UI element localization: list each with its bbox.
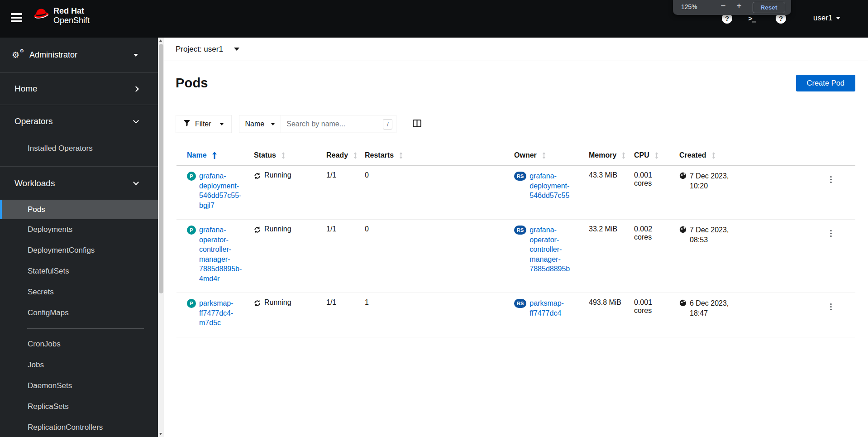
brand-logo[interactable]: Red Hat OpenShift bbox=[33, 6, 90, 25]
column-header-restarts[interactable]: Restarts bbox=[358, 147, 507, 166]
memory-cell: 43.3 MiB bbox=[582, 166, 627, 220]
name-cell: P grafana-operator- controller-manager- … bbox=[176, 220, 247, 293]
sidebar-item-replicationcontrollers[interactable]: ReplicationControllers bbox=[0, 417, 158, 437]
column-header-name[interactable]: Name bbox=[176, 147, 247, 166]
name-header-label: Name bbox=[187, 151, 207, 159]
globe-icon bbox=[679, 226, 687, 233]
replicationcontrollers-label: ReplicationControllers bbox=[28, 423, 103, 432]
sort-icon bbox=[655, 152, 658, 159]
sidebar-item-configmaps[interactable]: ConfigMaps bbox=[0, 303, 158, 323]
brand-text: Red Hat OpenShift bbox=[53, 6, 90, 25]
chevron-down-icon bbox=[836, 17, 840, 19]
column-header-cpu[interactable]: CPU bbox=[627, 147, 672, 166]
kebab-menu-icon[interactable] bbox=[826, 174, 835, 185]
vertical-scrollbar[interactable] bbox=[158, 38, 164, 437]
kebab-menu-icon[interactable] bbox=[826, 302, 835, 312]
sidebar-section-workloads: Workloads Pods Deployments DeploymentCon… bbox=[0, 167, 158, 437]
timestamp: 7 Dec 2023, 10:20 bbox=[690, 171, 729, 191]
chevron-down-icon bbox=[134, 54, 138, 57]
redhat-fedora-icon bbox=[33, 7, 50, 25]
scrollbar-thumb[interactable] bbox=[159, 44, 163, 293]
configmaps-label: ConfigMaps bbox=[28, 308, 69, 317]
home-label: Home bbox=[14, 84, 38, 94]
restarts-cell: 0 bbox=[358, 166, 507, 220]
scroll-down-icon[interactable] bbox=[159, 433, 162, 435]
perspective-label: Administrator bbox=[29, 50, 77, 60]
deployments-label: Deployments bbox=[28, 225, 72, 234]
zoom-reset-button[interactable]: Reset bbox=[753, 2, 785, 13]
owner-link[interactable]: grafana-deployment- 546dd57c55 bbox=[529, 171, 579, 201]
zoom-out-button[interactable]: − bbox=[717, 1, 729, 11]
jobs-label: Jobs bbox=[28, 360, 44, 370]
status-header-label: Status bbox=[254, 151, 276, 159]
sidebar-item-home[interactable]: Home bbox=[0, 73, 158, 105]
page-title: Pods bbox=[176, 76, 208, 91]
column-header-owner[interactable]: Owner bbox=[507, 147, 582, 166]
column-header-status[interactable]: Status bbox=[247, 147, 319, 166]
masthead: Red Hat OpenShift ? >_ ? user1 125% − + … bbox=[0, 0, 868, 38]
sidebar-item-pods[interactable]: Pods bbox=[0, 200, 158, 219]
owner-cell: RS grafana-deployment- 546dd57c55 bbox=[507, 166, 582, 220]
ready-header-label: Ready bbox=[326, 151, 348, 159]
column-header-ready[interactable]: Ready bbox=[319, 147, 358, 166]
sidebar-item-replicasets[interactable]: ReplicaSets bbox=[0, 396, 158, 417]
filter-dropdown[interactable]: Filter bbox=[176, 115, 232, 133]
owner-link[interactable]: parksmap-ff7477dc4 bbox=[529, 298, 579, 318]
table-header-row: Name Status Ready bbox=[176, 147, 855, 166]
globe-icon bbox=[679, 299, 687, 307]
sort-icon bbox=[622, 152, 625, 159]
search-input[interactable] bbox=[286, 120, 383, 128]
sidebar-item-deploymentconfigs[interactable]: DeploymentConfigs bbox=[0, 240, 158, 261]
zoom-in-button[interactable]: + bbox=[733, 1, 745, 11]
sync-icon bbox=[254, 226, 261, 233]
column-header-memory[interactable]: Memory bbox=[582, 147, 627, 166]
memory-cell: 33.2 MiB bbox=[582, 220, 627, 293]
owner-cell: RS grafana-operator- controller-manager-… bbox=[507, 220, 582, 293]
status-text: Running bbox=[264, 171, 291, 179]
sidebar-item-deployments[interactable]: Deployments bbox=[0, 219, 158, 240]
sidebar-item-operators[interactable]: Operators bbox=[0, 105, 158, 138]
project-selector[interactable]: Project: user1 bbox=[164, 38, 868, 61]
sidebar-nav: ⚙⚙ Administrator Home Operators Installe… bbox=[0, 38, 158, 437]
filter-icon bbox=[184, 120, 190, 128]
restarts-cell: 1 bbox=[358, 293, 507, 337]
name-cell: P grafana-deployment- 546dd57c55-bgjl7 bbox=[176, 166, 247, 220]
sidebar-item-secrets[interactable]: Secrets bbox=[0, 282, 158, 303]
manage-columns-button[interactable] bbox=[412, 119, 422, 130]
toolbar: Filter Name / bbox=[176, 115, 868, 133]
memory-header-label: Memory bbox=[589, 151, 616, 159]
sort-icon bbox=[542, 152, 546, 159]
pod-link[interactable]: grafana-operator- controller-manager- 78… bbox=[199, 225, 244, 283]
operators-label: Operators bbox=[14, 116, 52, 126]
sidebar-item-cronjobs[interactable]: CronJobs bbox=[0, 334, 158, 355]
scroll-up-icon[interactable] bbox=[159, 39, 162, 42]
status-cell: Running bbox=[247, 166, 319, 220]
name-filter-dropdown[interactable]: Name bbox=[239, 115, 281, 133]
cpu-cell: 0.001 cores bbox=[627, 293, 672, 337]
sort-icon bbox=[353, 152, 357, 159]
owner-link[interactable]: grafana-operator- controller-manager- 78… bbox=[529, 225, 579, 274]
sidebar-item-installed-operators[interactable]: Installed Operators bbox=[0, 138, 158, 159]
pod-link[interactable]: parksmap-ff7477dc4- m7d5c bbox=[199, 298, 244, 328]
sidebar-item-workloads[interactable]: Workloads bbox=[0, 167, 158, 200]
create-pod-button[interactable]: Create Pod bbox=[796, 75, 855, 91]
sidebar-item-daemonsets[interactable]: DaemonSets bbox=[0, 375, 158, 396]
project-selector-label: Project: user1 bbox=[176, 45, 223, 54]
status-text: Running bbox=[264, 225, 291, 233]
pod-link[interactable]: grafana-deployment- 546dd57c55-bgjl7 bbox=[199, 171, 244, 210]
memory-cell: 493.8 MiB bbox=[582, 293, 627, 337]
user-menu[interactable]: user1 bbox=[813, 14, 840, 23]
perspective-switcher[interactable]: ⚙⚙ Administrator bbox=[0, 38, 158, 73]
kebab-menu-icon[interactable] bbox=[826, 228, 835, 239]
pods-label: Pods bbox=[28, 205, 45, 214]
brand-line1: Red Hat bbox=[53, 6, 90, 16]
name-filter-label: Name bbox=[245, 120, 265, 128]
sidebar-item-jobs[interactable]: Jobs bbox=[0, 355, 158, 375]
sidebar-item-statefulsets[interactable]: StatefulSets bbox=[0, 261, 158, 282]
status-cell: Running bbox=[247, 220, 319, 293]
replicaset-badge: RS bbox=[514, 299, 526, 308]
menu-toggle-icon[interactable] bbox=[11, 13, 22, 23]
brand-line2: OpenShift bbox=[53, 16, 90, 25]
browser-zoom-popup: 125% − + Reset bbox=[673, 0, 791, 15]
column-header-created[interactable]: Created bbox=[672, 147, 819, 166]
